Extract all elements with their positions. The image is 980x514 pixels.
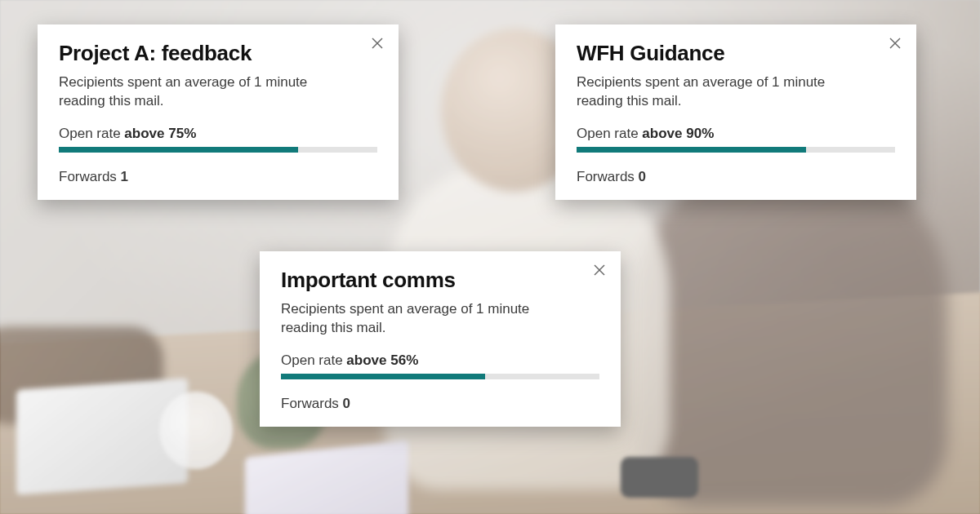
close-icon (371, 37, 384, 52)
forwards-value: 1 (121, 169, 128, 184)
open-rate-prefix: Open rate (59, 126, 121, 141)
close-icon (889, 37, 902, 52)
open-rate-line: Open rate above 75% (59, 126, 377, 142)
insight-card: Project A: feedback Recipients spent an … (38, 24, 399, 200)
forwards-label: Forwards (577, 169, 635, 184)
open-rate-bar (59, 147, 377, 153)
open-rate-relation: above (124, 126, 164, 141)
card-description: Recipients spent an average of 1 minute … (577, 73, 871, 111)
close-button[interactable] (366, 33, 389, 55)
forwards-label: Forwards (59, 169, 117, 184)
card-title: Important comms (281, 268, 599, 293)
insight-card: WFH Guidance Recipients spent an average… (555, 24, 916, 200)
close-icon (593, 264, 606, 279)
open-rate-prefix: Open rate (281, 352, 343, 368)
open-rate-bar (577, 147, 895, 153)
forwards-label: Forwards (281, 396, 339, 411)
open-rate-bar (281, 374, 599, 379)
open-rate-line: Open rate above 56% (281, 352, 599, 369)
open-rate-value: 90% (686, 126, 714, 141)
forwards-value: 0 (639, 169, 646, 184)
open-rate-bar-fill (577, 147, 806, 153)
open-rate-prefix: Open rate (577, 126, 639, 141)
close-button[interactable] (884, 33, 906, 55)
open-rate-line: Open rate above 90% (577, 126, 895, 142)
forwards-line: Forwards 0 (577, 169, 895, 185)
close-button[interactable] (588, 259, 611, 282)
forwards-value: 0 (343, 396, 350, 411)
open-rate-bar-fill (281, 374, 485, 379)
forwards-line: Forwards 1 (59, 169, 377, 185)
card-description: Recipients spent an average of 1 minute … (281, 299, 575, 338)
forwards-line: Forwards 0 (281, 396, 599, 412)
open-rate-bar-fill (59, 147, 298, 153)
open-rate-relation: above (346, 352, 386, 368)
card-title: WFH Guidance (577, 41, 895, 66)
open-rate-relation: above (642, 126, 682, 141)
insight-card: Important comms Recipients spent an aver… (260, 251, 621, 427)
card-description: Recipients spent an average of 1 minute … (59, 73, 353, 111)
open-rate-value: 56% (390, 352, 418, 368)
card-title: Project A: feedback (59, 41, 377, 66)
open-rate-value: 75% (168, 126, 196, 141)
